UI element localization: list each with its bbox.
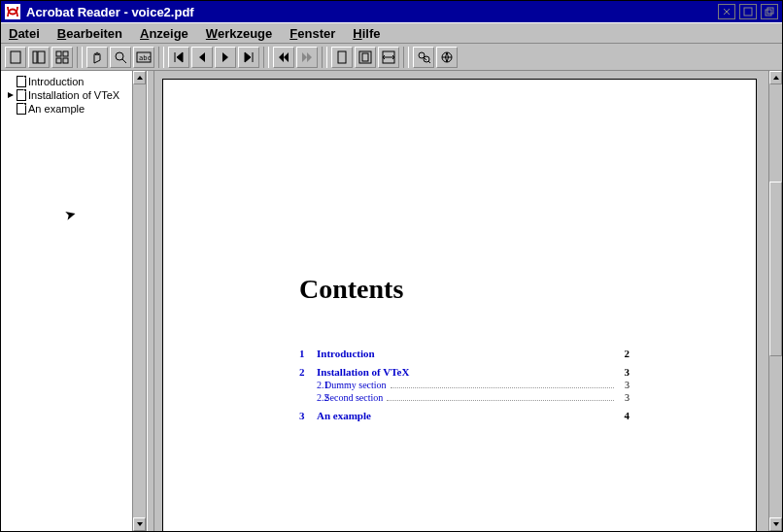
toc-title: An example	[317, 410, 371, 421]
toc-pagenum: 3	[618, 392, 630, 403]
last-page-icon[interactable]	[238, 47, 259, 68]
scroll-up-icon[interactable]	[769, 71, 782, 84]
sidebar-scrollbar[interactable]	[132, 71, 146, 531]
svg-rect-4	[11, 51, 20, 63]
toc-pagenum: 2	[618, 348, 630, 359]
next-page-icon[interactable]	[215, 47, 236, 68]
find-icon[interactable]	[413, 47, 434, 68]
svg-rect-15	[338, 51, 346, 63]
document-scrollbar[interactable]	[768, 71, 782, 531]
scroll-thumb[interactable]	[769, 182, 782, 356]
toc-subentry[interactable]: 2.1 Dummy section 3	[299, 380, 630, 391]
bookmark-item[interactable]: An example	[1, 102, 146, 116]
page-thumbnails-icon[interactable]	[51, 47, 73, 68]
toc-number: 3	[299, 410, 317, 421]
svg-rect-8	[63, 51, 68, 56]
svg-rect-7	[56, 51, 61, 56]
prev-view-icon[interactable]	[273, 47, 294, 68]
menu-bearbeiten[interactable]: Bearbeiten	[57, 26, 122, 41]
page-bookmarks-icon[interactable]	[28, 47, 50, 68]
actual-size-icon[interactable]	[331, 47, 353, 68]
toc-number: 2.1	[299, 380, 324, 390]
scroll-down-icon[interactable]	[133, 517, 146, 531]
svg-rect-3	[767, 8, 773, 14]
toc-subentry[interactable]: 2.2 Second section 3	[299, 392, 630, 404]
svg-rect-1	[744, 8, 752, 16]
toc-title: Dummy section	[324, 380, 387, 390]
toc-entry[interactable]: 3 An example 4	[299, 410, 630, 422]
window-maximize-button[interactable]	[739, 4, 757, 19]
expand-triangle-icon[interactable]	[7, 91, 15, 99]
toc-number: 2	[299, 366, 317, 378]
pdf-page: Contents 1 Introduction 2 2 Installation…	[162, 79, 757, 531]
zoom-tool-icon[interactable]	[110, 47, 131, 68]
toc-pagenum: 3	[618, 366, 630, 378]
bookmark-label: Installation of VTeX	[28, 89, 119, 101]
toc-leader	[387, 400, 614, 401]
titlebar: Acrobat Reader - voice2.pdf	[1, 1, 782, 22]
toc-number: 2.2	[299, 392, 324, 403]
toc-leader	[391, 387, 614, 388]
expander-placeholder	[7, 105, 15, 113]
svg-line-23	[428, 61, 430, 63]
svg-text:abc: abc	[139, 54, 152, 62]
menubar: Datei Bearbeiten Anzeige Werkzeuge Fenst…	[1, 22, 782, 44]
hand-tool-icon[interactable]	[86, 47, 108, 68]
toc-entry[interactable]: 1 Introduction 2	[299, 348, 630, 360]
prev-page-icon[interactable]	[191, 47, 213, 68]
acrobat-app-icon	[5, 4, 20, 19]
svg-point-11	[116, 52, 123, 60]
toc-title: Installation of VTeX	[317, 366, 409, 378]
first-page-icon[interactable]	[168, 47, 189, 68]
next-view-icon[interactable]	[296, 47, 318, 68]
expander-placeholder	[7, 78, 15, 85]
scroll-down-icon[interactable]	[769, 517, 782, 531]
web-link-icon[interactable]	[436, 47, 458, 68]
menu-datei[interactable]: Datei	[9, 26, 40, 41]
mouse-cursor-icon: ➤	[63, 206, 79, 224]
title-text: Acrobat Reader - voice2.pdf	[26, 5, 714, 19]
bookmark-label: An example	[28, 103, 85, 115]
toc-title: Second section	[324, 392, 383, 403]
menu-anzeige[interactable]: Anzeige	[140, 26, 188, 41]
svg-rect-17	[362, 53, 368, 61]
svg-line-12	[122, 59, 126, 63]
scroll-up-icon[interactable]	[133, 71, 146, 84]
text-select-icon[interactable]: abc	[133, 47, 154, 68]
fit-width-icon[interactable]	[378, 47, 399, 68]
toc-entry[interactable]: 2 Installation of VTeX 3	[299, 366, 630, 379]
table-of-contents: 1 Introduction 2 2 Installation of VTeX …	[299, 342, 630, 422]
toc-leader	[413, 375, 614, 376]
menu-fenster[interactable]: Fenster	[289, 26, 335, 41]
toc-leader	[379, 356, 614, 357]
toc-pagenum: 4	[618, 410, 630, 421]
toc-pagenum: 3	[618, 380, 630, 390]
page-heading: Contents	[299, 274, 403, 305]
svg-rect-0	[5, 4, 20, 19]
toc-number: 1	[299, 348, 317, 359]
bookmark-item[interactable]: Installation of VTeX	[1, 88, 146, 102]
fit-page-icon[interactable]	[355, 47, 376, 68]
page-only-icon[interactable]	[5, 47, 26, 68]
menu-hilfe[interactable]: Hilfe	[353, 26, 380, 41]
bookmarks-panel: Introduction Installation of VTeX An exa…	[1, 71, 147, 531]
toolbar: abc	[1, 44, 782, 71]
toc-title: Introduction	[317, 348, 375, 359]
toc-leader	[375, 418, 614, 419]
svg-rect-2	[766, 10, 771, 16]
bookmark-item[interactable]: Introduction	[1, 75, 146, 88]
svg-rect-5	[33, 51, 37, 63]
page-icon	[17, 76, 26, 87]
splitter[interactable]	[147, 71, 154, 531]
window-restore-button[interactable]	[761, 4, 778, 19]
main-area: Introduction Installation of VTeX An exa…	[1, 71, 782, 531]
window-minimize-button[interactable]	[718, 4, 735, 19]
bookmark-label: Introduction	[28, 76, 84, 87]
document-view[interactable]: Contents 1 Introduction 2 2 Installation…	[154, 71, 782, 531]
svg-rect-9	[56, 58, 61, 63]
menu-werkzeuge[interactable]: Werkzeuge	[206, 26, 272, 41]
svg-rect-10	[63, 58, 68, 63]
page-icon	[17, 89, 26, 101]
page-icon	[17, 103, 26, 115]
svg-rect-6	[38, 51, 45, 63]
